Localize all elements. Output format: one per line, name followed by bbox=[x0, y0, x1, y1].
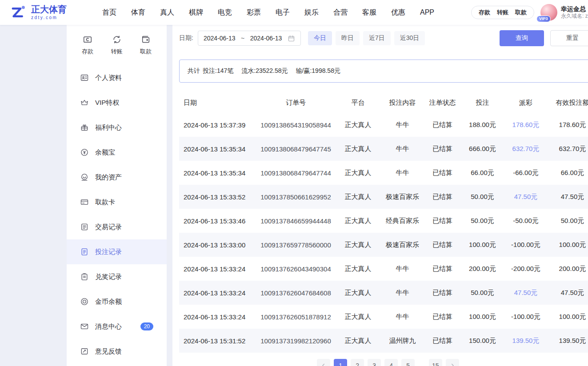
page-button-5[interactable]: 5 bbox=[401, 359, 415, 366]
cell-order: 1009137626043490304 bbox=[257, 257, 335, 281]
nav-item-service[interactable]: 客服 bbox=[362, 8, 376, 17]
header-link-transfer[interactable]: 转账 bbox=[497, 8, 508, 16]
cell-platform: 正大真人 bbox=[335, 161, 381, 185]
brand-domain: zdty.com bbox=[31, 16, 67, 20]
search-button[interactable]: 查询 bbox=[500, 30, 544, 46]
nav-item-lottery[interactable]: 彩票 bbox=[247, 8, 261, 17]
cell-status: 已结算 bbox=[424, 113, 461, 137]
nav-item-promo[interactable]: 优惠 bbox=[391, 8, 405, 17]
quick-action-transfer[interactable]: 转账 bbox=[111, 35, 123, 56]
sidebar-item-bet-records[interactable]: 投注记录 bbox=[67, 239, 167, 264]
cell-platform: 正大真人 bbox=[335, 257, 381, 281]
quick-action-label: 存款 bbox=[82, 48, 93, 56]
domain-note: 永久域名: z bbox=[561, 13, 588, 20]
sidebar-item-assets[interactable]: 我的资产 bbox=[67, 165, 167, 190]
sidebar-item-transactions[interactable]: 交易记录 bbox=[67, 215, 167, 239]
cell-valid: 50.00元 bbox=[548, 209, 588, 233]
nav-item-slots[interactable]: 电子 bbox=[276, 8, 290, 17]
sidebar-item-message-center[interactable]: 消息中心20 bbox=[67, 314, 167, 339]
cell-bet: 50.00元 bbox=[461, 209, 504, 233]
summary-item-1: 流水:23522.58元 bbox=[241, 67, 288, 74]
cell-status: 已结算 bbox=[424, 305, 461, 329]
sidebar-item-label: 福利中心 bbox=[95, 123, 122, 132]
prev-page-button[interactable] bbox=[317, 359, 330, 366]
sidebar-item-label: 余额宝 bbox=[95, 148, 115, 157]
page-button-2[interactable]: 2 bbox=[351, 359, 364, 366]
avatar[interactable]: VIP3 bbox=[540, 4, 557, 21]
message-icon bbox=[80, 322, 89, 331]
user-info[interactable]: VIP3 幸运金总 永久域名: z bbox=[540, 4, 588, 21]
cell-status: 已结算 bbox=[424, 209, 461, 233]
brand-logo[interactable]: 正大体育 zdty.com bbox=[9, 3, 92, 22]
page-button-3[interactable]: 3 bbox=[368, 359, 381, 366]
table-row: 2024-06-13 15:31:521009137319982120960正大… bbox=[179, 329, 588, 353]
cell-status: 已结算 bbox=[424, 257, 461, 281]
sidebar-item-vip[interactable]: VIP特权 bbox=[67, 90, 167, 115]
cell-date: 2024-06-13 15:33:24 bbox=[179, 257, 257, 281]
cell-date: 2024-06-13 15:37:39 bbox=[179, 113, 257, 137]
withdraw-icon bbox=[141, 35, 151, 44]
summary-prefix: 共计 bbox=[188, 67, 200, 74]
cell-order: 1009137659778560000 bbox=[257, 233, 335, 257]
sidebar-item-profile[interactable]: 个人资料 bbox=[67, 65, 167, 90]
bet-records-table: 日期订单号平台投注内容注单状态投注派彩有效投注额 2024-06-13 15:3… bbox=[179, 92, 588, 353]
sidebar-item-withdraw-card[interactable]: 取款卡 bbox=[67, 190, 167, 215]
reset-button[interactable]: 重置 bbox=[550, 30, 588, 46]
nav-item-sports[interactable]: 体育 bbox=[131, 8, 145, 17]
cell-valid: 139.50元 bbox=[548, 329, 588, 353]
top-navbar: 正大体育 zdty.com 首页体育真人棋牌电竞彩票电子娱乐合营客服优惠APP … bbox=[0, 0, 588, 25]
nav-item-live[interactable]: 真人 bbox=[160, 8, 174, 17]
cell-date: 2024-06-13 15:33:24 bbox=[179, 281, 257, 305]
header-link-deposit[interactable]: 存款 bbox=[479, 8, 490, 16]
date-range-picker[interactable]: 2024-06-13 ~ 2024-06-13 bbox=[198, 31, 301, 46]
range-last7[interactable]: 近7日 bbox=[363, 31, 391, 45]
cell-content: 经典百家乐 bbox=[381, 209, 424, 233]
calendar-icon[interactable] bbox=[288, 35, 295, 42]
cell-bet: 150.00元 bbox=[461, 329, 504, 353]
nav-item-entertainment[interactable]: 娱乐 bbox=[304, 8, 319, 17]
pagination-ellipsis: ... bbox=[418, 362, 425, 366]
next-page-button[interactable] bbox=[446, 359, 459, 366]
sidebar-item-yuebao[interactable]: 余额宝 bbox=[67, 140, 167, 165]
cell-order: 1009137626047684608 bbox=[257, 281, 335, 305]
sidebar-item-coin-balance[interactable]: 金币余额 bbox=[67, 289, 167, 314]
page-button-1[interactable]: 1 bbox=[334, 359, 347, 366]
nav-item-chess[interactable]: 棋牌 bbox=[189, 8, 203, 17]
cell-platform: 正大真人 bbox=[335, 329, 381, 353]
date-to[interactable]: 2024-06-13 bbox=[250, 35, 282, 42]
sidebar-item-feedback[interactable]: 意见反馈 bbox=[67, 339, 167, 364]
table-row: 2024-06-13 15:33:241009137626051878912正大… bbox=[179, 305, 588, 329]
range-today[interactable]: 今日 bbox=[308, 31, 332, 45]
brand-logo-icon bbox=[9, 3, 28, 22]
cell-payout: 178.60元 bbox=[504, 113, 548, 137]
sidebar-item-label: 意见反馈 bbox=[95, 347, 122, 356]
cell-valid: 100.00元 bbox=[548, 305, 588, 329]
cell-valid: 632.70元 bbox=[548, 137, 588, 161]
sidebar-item-redeem-records[interactable]: 兑奖记录 bbox=[67, 264, 167, 289]
cell-order: 1009137850661629952 bbox=[257, 185, 335, 209]
page-button-15[interactable]: 15 bbox=[429, 359, 442, 366]
column-header-3: 投注内容 bbox=[381, 92, 424, 113]
summary-item-0: 投注:147笔 bbox=[203, 67, 233, 74]
quick-action-deposit[interactable]: 存款 bbox=[82, 35, 93, 56]
filter-buttons: 查询 重置 bbox=[500, 30, 588, 46]
cell-content: 极速百家乐 bbox=[381, 185, 424, 209]
cell-status: 已结算 bbox=[424, 281, 461, 305]
sidebar-item-label: VIP特权 bbox=[95, 99, 119, 107]
nav-item-partnership[interactable]: 合营 bbox=[333, 8, 348, 17]
quick-action-withdraw[interactable]: 取款 bbox=[140, 35, 152, 56]
summary-item-2: 输/赢:1998.58元 bbox=[296, 67, 340, 74]
page-button-4[interactable]: 4 bbox=[384, 359, 398, 366]
header-link-withdraw[interactable]: 取款 bbox=[515, 8, 527, 16]
cell-date: 2024-06-13 15:31:52 bbox=[179, 329, 257, 353]
date-from[interactable]: 2024-06-13 bbox=[204, 35, 236, 42]
coins-icon bbox=[80, 297, 89, 306]
sidebar-item-welfare[interactable]: 福利中心 bbox=[67, 115, 167, 140]
range-last30[interactable]: 近30日 bbox=[394, 31, 425, 45]
sidebar-item-label: 投注记录 bbox=[95, 248, 122, 256]
column-header-6: 派彩 bbox=[504, 92, 548, 113]
nav-item-esports[interactable]: 电竞 bbox=[218, 8, 232, 17]
nav-item-app[interactable]: APP bbox=[420, 8, 434, 16]
range-yesterday[interactable]: 昨日 bbox=[336, 31, 360, 45]
nav-item-home[interactable]: 首页 bbox=[102, 8, 116, 17]
